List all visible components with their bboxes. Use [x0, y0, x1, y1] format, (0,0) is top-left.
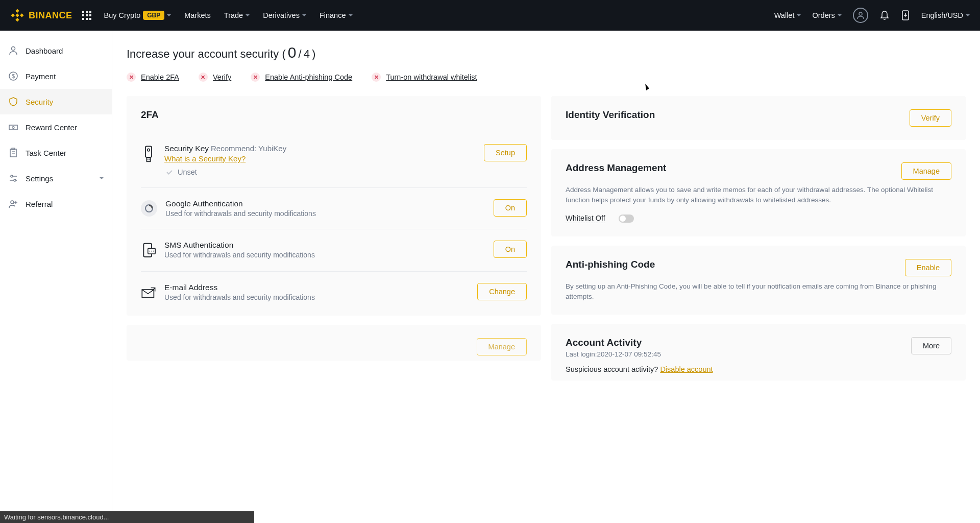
security-key-link[interactable]: What is a Security Key? — [164, 154, 476, 163]
twofa-body: SMS Authentication Used for withdrawals … — [164, 241, 485, 259]
nav-markets[interactable]: Markets — [184, 11, 211, 19]
sidebar-item-dashboard[interactable]: Dashboard — [0, 38, 112, 63]
suspicious-row: Suspicious account activity? Disable acc… — [566, 365, 951, 373]
google-auth-icon — [141, 200, 157, 217]
svg-point-41 — [151, 251, 152, 252]
nav-wallet[interactable]: Wallet — [774, 11, 801, 19]
sliders-icon — [8, 173, 18, 183]
checklist-verify[interactable]: ✕ Verify — [199, 73, 231, 82]
logo[interactable]: BINANCE — [10, 8, 72, 22]
svg-point-28 — [14, 179, 16, 181]
nav-label: English/USD — [921, 11, 963, 19]
x-icon: ✕ — [372, 73, 381, 82]
card-activity: Account Activity Last login:2020-12-07 0… — [551, 324, 966, 381]
card-title: 2FA — [141, 109, 527, 121]
sidebar-item-security[interactable]: Security — [0, 89, 112, 114]
card-identity: Identity Verification Verify — [551, 96, 966, 140]
nav-buy-crypto[interactable]: Buy Crypto GBP — [104, 11, 172, 20]
more-button[interactable]: More — [911, 337, 951, 354]
chevron-down-icon — [167, 14, 171, 16]
twofa-label: Security Key — [164, 144, 209, 153]
header: BINANCE Buy Crypto GBP Markets Trade Der… — [0, 0, 980, 31]
verify-button[interactable]: Verify — [910, 109, 951, 127]
nav-label: Orders — [812, 11, 835, 19]
check-icon — [165, 168, 174, 176]
sidebar-item-settings[interactable]: Settings — [0, 165, 112, 191]
last-login: Last login:2020-12-07 09:52:45 — [566, 350, 661, 358]
bell-icon[interactable] — [879, 10, 890, 20]
x-icon: ✕ — [251, 73, 260, 82]
nav-derivatives[interactable]: Derivatives — [263, 11, 306, 19]
sms-icon — [141, 242, 156, 260]
brand-text: BINANCE — [29, 10, 72, 21]
binance-logo-icon — [10, 8, 24, 22]
sidebar-item-label: Settings — [26, 174, 53, 183]
change-button[interactable]: Change — [477, 283, 527, 300]
card-title: Account Activity — [566, 337, 661, 348]
checklist-enable-2fa[interactable]: ✕ Enable 2FA — [127, 73, 179, 82]
whitelist-toggle[interactable] — [619, 215, 634, 223]
twofa-hint: Recommend: YubiKey — [211, 144, 286, 153]
twofa-sms: SMS Authentication Used for withdrawals … — [141, 229, 527, 272]
card-2fa: 2FA Security KeyRecommend: YubiKey What … — [127, 96, 541, 316]
cards-row: 2FA Security KeyRecommend: YubiKey What … — [127, 96, 966, 381]
manage-button[interactable]: Manage — [477, 338, 527, 355]
on-button[interactable]: On — [494, 241, 527, 258]
svg-rect-4 — [15, 13, 19, 17]
email-icon — [141, 284, 156, 302]
disable-account-link[interactable]: Disable account — [660, 365, 713, 373]
shield-icon — [8, 97, 18, 107]
svg-rect-11 — [82, 18, 84, 20]
gbp-badge: GBP — [143, 11, 164, 20]
svg-rect-10 — [89, 14, 91, 16]
chevron-down-icon — [966, 14, 970, 16]
clipboard-icon — [8, 148, 18, 158]
card-antiphishing: Anti-phishing Code Enable By setting up … — [551, 246, 966, 315]
twofa-body: E-mail Address Used for withdrawals and … — [164, 283, 469, 301]
sidebar-item-payment[interactable]: $ Payment — [0, 63, 112, 89]
sidebar-item-label: Payment — [26, 72, 56, 81]
sidebar-item-task-center[interactable]: Task Center — [0, 140, 112, 165]
sidebar-item-referral[interactable]: Referral — [0, 191, 112, 217]
col-left: 2FA Security KeyRecommend: YubiKey What … — [127, 96, 541, 381]
nav-orders[interactable]: Orders — [812, 11, 841, 19]
dollar-icon: $ — [8, 71, 18, 81]
sidebar-item-label: Reward Center — [26, 123, 77, 132]
svg-point-20 — [12, 127, 14, 129]
security-count: 0 — [288, 44, 297, 61]
nav-language[interactable]: English/USD — [921, 11, 970, 19]
svg-rect-9 — [86, 14, 88, 16]
x-icon: ✕ — [127, 73, 136, 82]
nav-finance[interactable]: Finance — [320, 11, 353, 19]
sidebar-item-label: Task Center — [26, 149, 66, 157]
checklist-whitelist[interactable]: ✕ Turn-on withdrawal whitelist — [372, 73, 477, 82]
sidebar: Dashboard $ Payment Security Reward Cent… — [0, 31, 112, 523]
nav-label: Wallet — [774, 11, 795, 19]
card-partial: Manage — [127, 325, 541, 361]
download-icon[interactable] — [901, 10, 910, 20]
chevron-down-icon — [302, 14, 306, 16]
svg-rect-13 — [89, 18, 91, 20]
svg-point-40 — [149, 251, 150, 252]
enable-button[interactable]: Enable — [905, 259, 951, 276]
checklist-antiphishing[interactable]: ✕ Enable Anti-phishing Code — [251, 73, 352, 82]
card-title: Address Management — [566, 162, 666, 174]
on-button[interactable]: On — [494, 199, 527, 217]
twofa-sub: Used for withdrawals and security modifi… — [164, 251, 485, 259]
main-content: Increase your account security ( 0 / 4 )… — [112, 31, 980, 523]
twofa-google-auth: Google Authentication Used for withdrawa… — [141, 188, 527, 229]
apps-grid-icon[interactable] — [82, 10, 92, 20]
manage-button[interactable]: Manage — [901, 162, 951, 180]
twofa-email: E-mail Address Used for withdrawals and … — [141, 272, 527, 302]
nav-label: Derivatives — [263, 11, 300, 19]
avatar-icon[interactable] — [853, 8, 868, 23]
twofa-sub: Used for withdrawals and security modifi… — [164, 293, 469, 301]
container: Dashboard $ Payment Security Reward Cent… — [0, 31, 980, 523]
svg-point-16 — [12, 47, 15, 51]
twofa-label: Google Authentication — [165, 199, 485, 208]
security-checklist: ✕ Enable 2FA ✕ Verify ✕ Enable Anti-phis… — [127, 73, 966, 82]
nav-trade[interactable]: Trade — [224, 11, 250, 19]
sidebar-item-reward-center[interactable]: Reward Center — [0, 114, 112, 140]
setup-button[interactable]: Setup — [484, 144, 527, 161]
svg-rect-2 — [11, 13, 15, 17]
